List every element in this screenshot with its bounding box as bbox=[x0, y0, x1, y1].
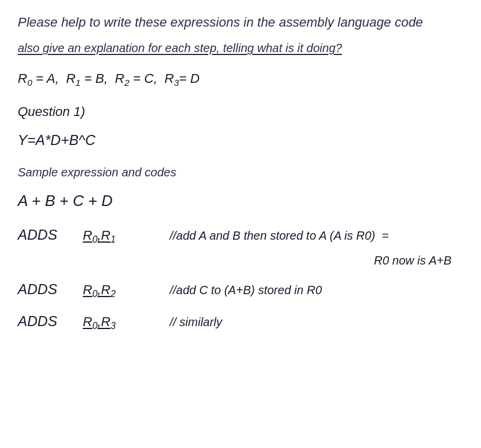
keyword-2: ADDS bbox=[18, 278, 83, 301]
code-block-3: ADDS R0,R3 // similarly bbox=[18, 310, 463, 334]
expression-text: Y=A*D+B^C bbox=[18, 129, 463, 152]
result-1: R0 now is A+B bbox=[18, 251, 463, 270]
explanation-text: also give an explanation for each step, … bbox=[18, 38, 463, 57]
regs-1: R0,R1 bbox=[83, 225, 160, 247]
sum-expression: A + B + C + D bbox=[18, 189, 463, 214]
sample-label: Sample expression and codes bbox=[18, 163, 463, 182]
code-block-1: ADDS R0,R1 //add A and B then stored to … bbox=[18, 224, 463, 270]
code-row-2: ADDS R0,R2 //add C to (A+B) stored in R0 bbox=[18, 278, 463, 302]
code-row-1: ADDS R0,R1 //add A and B then stored to … bbox=[18, 224, 463, 247]
code-block-2: ADDS R0,R2 //add C to (A+B) stored in R0 bbox=[18, 278, 463, 302]
keyword-1: ADDS bbox=[18, 224, 83, 246]
code-row-3: ADDS R0,R3 // similarly bbox=[18, 310, 463, 334]
regs-2: R0,R2 bbox=[83, 279, 160, 302]
comment-2: //add C to (A+B) stored in R0 bbox=[160, 281, 322, 299]
keyword-3: ADDS bbox=[18, 310, 83, 333]
comment-3: // similarly bbox=[160, 312, 222, 331]
regs-3: R0,R3 bbox=[83, 311, 160, 334]
registers-text: R0 = A, R1 = B, R2 = C, R3= D bbox=[18, 68, 463, 91]
page-content: Please help to write these expressions i… bbox=[18, 12, 463, 334]
comment-1: //add A and B then stored to A (A is R0)… bbox=[160, 226, 389, 245]
question-label: Question 1) bbox=[18, 101, 463, 122]
intro-text: Please help to write these expressions i… bbox=[18, 12, 463, 33]
